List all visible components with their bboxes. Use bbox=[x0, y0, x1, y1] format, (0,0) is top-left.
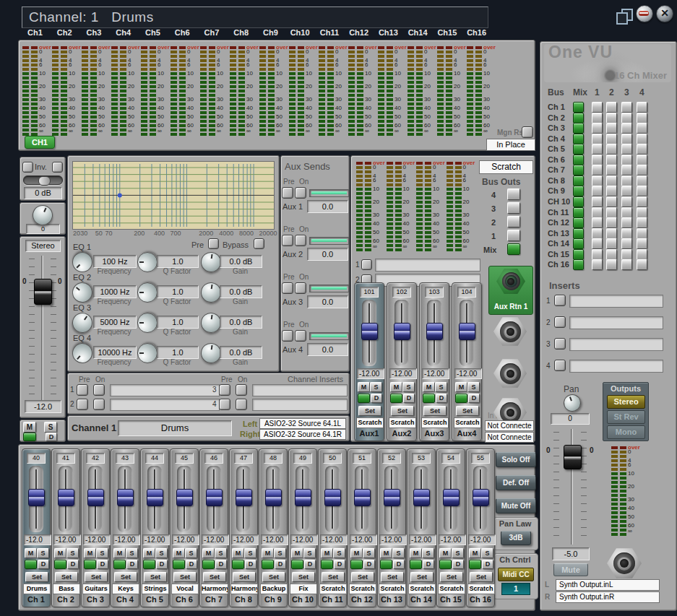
solo-button[interactable]: S bbox=[215, 548, 227, 558]
matrix-bus1-button[interactable] bbox=[592, 228, 603, 239]
status-led[interactable] bbox=[113, 560, 126, 569]
master-fader-handle[interactable] bbox=[564, 445, 582, 469]
status-led[interactable] bbox=[25, 560, 37, 569]
insert-slot[interactable] bbox=[110, 399, 220, 411]
matrix-bus4-button[interactable] bbox=[637, 238, 647, 249]
mute-off-button[interactable]: Mute Off bbox=[496, 498, 536, 513]
aux-send-slider[interactable] bbox=[309, 332, 349, 340]
matrix-mix-button[interactable] bbox=[573, 249, 584, 260]
eq-q-knob[interactable] bbox=[137, 313, 158, 333]
tab-ch7[interactable]: Ch7 bbox=[197, 28, 227, 38]
matrix-bus2-button[interactable] bbox=[606, 165, 617, 175]
status-led[interactable] bbox=[143, 560, 155, 569]
tab-ch4[interactable]: Ch4 bbox=[108, 28, 138, 38]
matrix-mix-button[interactable] bbox=[573, 175, 584, 186]
d-button[interactable]: D bbox=[46, 433, 57, 441]
matrix-bus3-button[interactable] bbox=[621, 217, 632, 228]
matrix-bus2-button[interactable] bbox=[606, 196, 617, 207]
mute-button[interactable]: M bbox=[143, 548, 155, 558]
fader-handle[interactable] bbox=[426, 323, 443, 340]
insert-pre-checkbox[interactable] bbox=[219, 384, 230, 396]
insert-pre-checkbox[interactable] bbox=[77, 399, 88, 410]
eq-pre-checkbox[interactable] bbox=[208, 238, 219, 249]
input-connection-field[interactable]: Not Connecte bbox=[485, 432, 534, 443]
status-led[interactable] bbox=[423, 394, 435, 403]
bus-out-button-3[interactable] bbox=[507, 202, 520, 214]
d-button[interactable]: D bbox=[334, 560, 345, 569]
d-button[interactable]: D bbox=[393, 560, 405, 569]
solo-button[interactable]: S bbox=[37, 548, 49, 558]
eq-frequency-knob[interactable] bbox=[68, 248, 97, 277]
fader-handle[interactable] bbox=[58, 489, 74, 506]
matrix-mix-button[interactable] bbox=[573, 113, 584, 123]
fader-handle[interactable] bbox=[361, 323, 378, 340]
fader-handle[interactable] bbox=[459, 323, 475, 340]
status-led[interactable] bbox=[469, 560, 481, 569]
right-output-field[interactable]: Synth Output.inR bbox=[556, 591, 660, 603]
channel-strip[interactable]: 41-12.00MSDSetBassCh 2 bbox=[51, 448, 80, 607]
solo-button[interactable]: S bbox=[244, 548, 256, 558]
fader-handle[interactable] bbox=[443, 489, 460, 506]
status-led[interactable] bbox=[358, 394, 370, 403]
aux-send-slider[interactable] bbox=[309, 237, 349, 245]
set-button[interactable]: Set bbox=[144, 572, 167, 582]
mute-button[interactable]: M bbox=[173, 548, 185, 558]
channel-strip[interactable]: 103-12.00MSDSetScratchAux3 bbox=[419, 282, 449, 441]
matrix-bus4-button[interactable] bbox=[637, 102, 647, 113]
bus-out-button-2[interactable] bbox=[507, 216, 520, 227]
d-button[interactable]: D bbox=[156, 560, 168, 569]
d-button[interactable]: D bbox=[275, 560, 286, 569]
d-button[interactable]: D bbox=[186, 560, 197, 569]
matrix-mix-button[interactable] bbox=[573, 102, 584, 113]
input-gain-slider[interactable] bbox=[23, 175, 63, 185]
set-button[interactable]: Set bbox=[85, 572, 108, 582]
set-button[interactable]: Set bbox=[55, 572, 78, 582]
channel-strip[interactable]: 55-12.00MSDSetScratchCh 16 bbox=[466, 448, 495, 607]
eq-q-knob[interactable] bbox=[137, 343, 158, 363]
matrix-bus3-button[interactable] bbox=[621, 228, 632, 239]
status-led[interactable] bbox=[321, 560, 333, 569]
matrix-bus2-button[interactable] bbox=[606, 123, 617, 134]
solo-button[interactable]: S bbox=[96, 548, 108, 558]
pan-knob[interactable] bbox=[561, 392, 584, 415]
aux-on-checkbox[interactable] bbox=[295, 187, 306, 199]
output-mono-button[interactable]: Mono bbox=[607, 425, 645, 439]
d-button[interactable]: D bbox=[482, 560, 493, 569]
slider-handle[interactable] bbox=[38, 176, 51, 186]
tab-ch9[interactable]: Ch9 bbox=[256, 28, 285, 38]
aux-on-checkbox[interactable] bbox=[295, 282, 306, 294]
mute-button[interactable]: M bbox=[54, 548, 66, 558]
channel-strip[interactable]: 51-12.00MSDSetScratchCh 12 bbox=[348, 448, 376, 607]
tab-ch1[interactable]: Ch1 bbox=[20, 28, 50, 38]
matrix-bus2-button[interactable] bbox=[606, 175, 617, 186]
insert-checkbox[interactable] bbox=[554, 295, 566, 306]
tab-ch10[interactable]: Ch10 bbox=[285, 28, 315, 38]
solo-button[interactable]: S bbox=[402, 382, 415, 392]
eq-frequency-knob[interactable] bbox=[68, 339, 96, 367]
copy-pages-icon[interactable] bbox=[615, 9, 634, 24]
fader-handle[interactable] bbox=[265, 489, 282, 506]
channel-strip[interactable]: 46-12.00MSDSetHarmonyCh 7 bbox=[199, 448, 228, 607]
solo-button[interactable]: S bbox=[44, 422, 57, 433]
set-button[interactable]: Set bbox=[292, 572, 315, 582]
fader-handle[interactable] bbox=[176, 489, 193, 506]
insert-checkbox[interactable] bbox=[554, 316, 566, 328]
channel-strip[interactable]: 104-12.00MSDSetScratchAux4 bbox=[452, 282, 482, 441]
mute-button[interactable]: M bbox=[439, 548, 452, 558]
matrix-bus1-button[interactable] bbox=[592, 155, 603, 165]
d-button[interactable]: D bbox=[97, 560, 108, 569]
channel-strip[interactable]: 50-12.00MSDSetScratchCh 11 bbox=[318, 448, 347, 607]
status-led[interactable] bbox=[291, 560, 303, 569]
solo-button[interactable]: S bbox=[370, 382, 382, 392]
mute-button[interactable]: M bbox=[321, 548, 333, 558]
channel-strip[interactable]: 48-12.00MSDSetBackupCh 9 bbox=[259, 448, 288, 607]
fader-handle[interactable] bbox=[87, 489, 104, 506]
left-output-field[interactable]: Synth Output.inL bbox=[556, 579, 660, 591]
matrix-bus1-button[interactable] bbox=[592, 165, 603, 175]
channel-name-field[interactable]: Drums bbox=[118, 420, 232, 436]
set-button[interactable]: Set bbox=[391, 406, 414, 416]
insert-on-checkbox[interactable] bbox=[236, 384, 247, 396]
d-button[interactable]: D bbox=[452, 560, 464, 569]
channel-strip[interactable]: 44-12.00MSDSetStringsCh 5 bbox=[140, 448, 169, 607]
matrix-bus4-button[interactable] bbox=[637, 123, 647, 134]
